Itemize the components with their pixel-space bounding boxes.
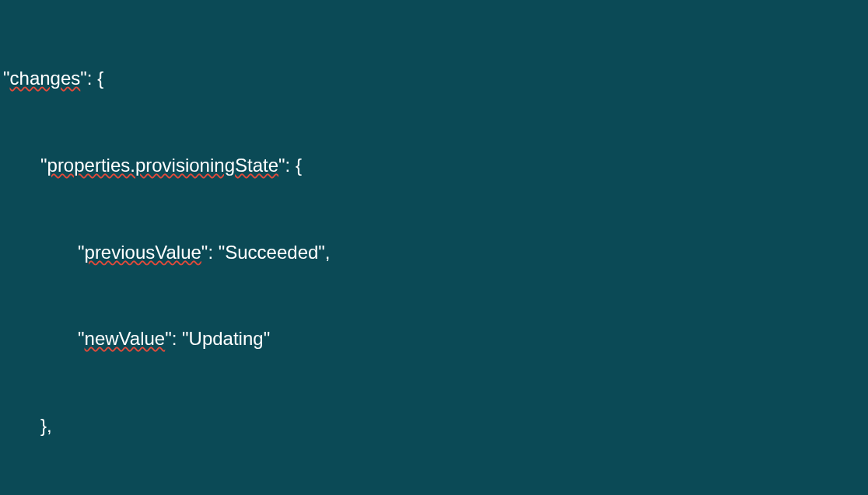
code-line: "changes": { (3, 64, 865, 92)
json-code-view: "changes": { "properties.provisioningSta… (0, 0, 868, 495)
key-changes: changes (10, 68, 81, 89)
key-previous-value: previousValue (85, 242, 201, 263)
key-new-value: newValue (85, 328, 166, 349)
code-line: "properties.provisioningState": { (3, 151, 865, 180)
code-line: }, (3, 411, 865, 440)
code-line: "newValue": "Updating" (3, 324, 865, 353)
code-line: "previousValue": "Succeeded", (3, 238, 865, 267)
value-provisioning-prev: Succeeded (225, 242, 318, 263)
value-provisioning-new: Updating (189, 328, 264, 349)
key-provisioning-state: properties.provisioningState (47, 155, 279, 176)
